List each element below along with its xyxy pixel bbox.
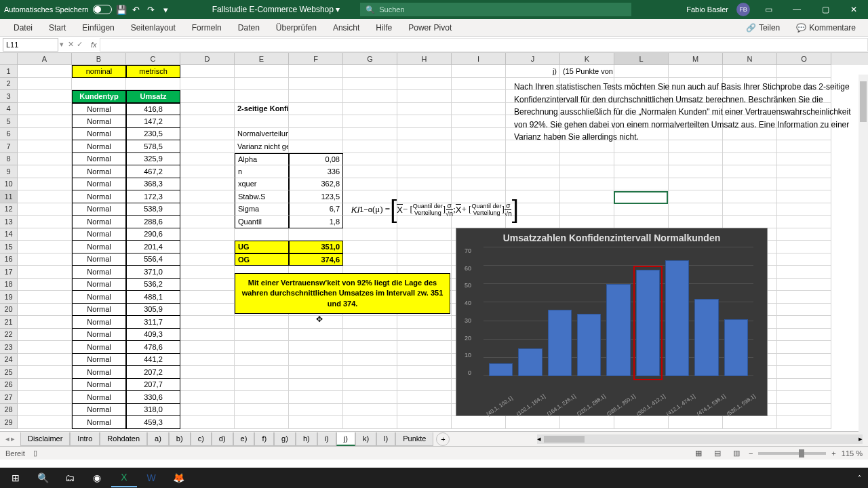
- cell-E10[interactable]: xquer: [235, 178, 289, 191]
- cell-H21[interactable]: [397, 316, 452, 329]
- cell-E3[interactable]: [235, 90, 289, 103]
- sheet-tab-a[interactable]: a): [147, 432, 169, 446]
- cell-N8[interactable]: [723, 153, 777, 166]
- cell-D25[interactable]: [180, 366, 235, 379]
- cell-O26[interactable]: [777, 379, 831, 392]
- cell-M13[interactable]: [669, 216, 723, 228]
- cell-N13[interactable]: [723, 216, 777, 228]
- cell-L1[interactable]: [614, 65, 669, 78]
- sheet-tab-Intro[interactable]: Intro: [70, 432, 100, 446]
- cell-D17[interactable]: [180, 266, 235, 279]
- cell-I2[interactable]: [452, 78, 506, 91]
- zoom-level[interactable]: 115 %: [842, 449, 863, 458]
- start-button[interactable]: ⊞: [3, 468, 28, 487]
- cell-D1[interactable]: [180, 65, 235, 78]
- row-header-27[interactable]: 27: [0, 391, 18, 404]
- cell-A20[interactable]: [18, 304, 72, 317]
- cell-D27[interactable]: [180, 391, 235, 404]
- cell-G6[interactable]: [343, 128, 397, 141]
- cell-E4[interactable]: 2-seitige Konfidenzintervall für den dur…: [235, 103, 289, 116]
- cell-F1[interactable]: [289, 65, 343, 78]
- cell-I4[interactable]: [452, 103, 506, 116]
- sheet-tab-f[interactable]: f): [254, 432, 274, 446]
- cell-E15[interactable]: UG: [235, 241, 289, 253]
- cell-B19[interactable]: Normal: [72, 291, 126, 304]
- macro-record-icon[interactable]: ▯: [33, 449, 37, 458]
- maximize-button[interactable]: ▢: [815, 0, 835, 19]
- cell-O10[interactable]: [777, 178, 831, 191]
- cell-O23[interactable]: [777, 341, 831, 354]
- row-header-9[interactable]: 9: [0, 165, 18, 178]
- cell-D13[interactable]: [180, 216, 235, 228]
- cell-B2[interactable]: [72, 78, 126, 91]
- formula-input[interactable]: [100, 38, 868, 52]
- share-button[interactable]: 🔗 Teilen: [739, 23, 787, 33]
- cell-D16[interactable]: [180, 253, 235, 266]
- cell-D14[interactable]: [180, 228, 235, 241]
- cell-F11[interactable]: 123,5: [289, 190, 343, 203]
- cell-C29[interactable]: 459,3: [126, 416, 180, 429]
- cell-A10[interactable]: [18, 178, 72, 191]
- save-icon[interactable]: 💾: [116, 4, 127, 15]
- cell-F3[interactable]: [289, 90, 343, 103]
- cell-C20[interactable]: 305,9: [126, 304, 180, 317]
- cell-G4[interactable]: [343, 103, 397, 116]
- close-button[interactable]: ✕: [844, 0, 864, 19]
- view-layout-icon[interactable]: ▤: [711, 448, 724, 459]
- column-header-L[interactable]: L: [614, 53, 669, 65]
- cell-E7[interactable]: Varianz nicht gegeben: [235, 140, 289, 153]
- fx-icon[interactable]: fx: [91, 41, 97, 49]
- row-header-10[interactable]: 10: [0, 178, 18, 191]
- row-header-23[interactable]: 23: [0, 341, 18, 354]
- column-header-F[interactable]: F: [289, 53, 343, 65]
- cell-A6[interactable]: [18, 128, 72, 141]
- sheet-nav-next-icon[interactable]: ▸: [11, 434, 15, 443]
- cell-G25[interactable]: [343, 366, 397, 379]
- sheet-tab-h[interactable]: h): [296, 432, 317, 446]
- cell-C23[interactable]: 478,6: [126, 341, 180, 354]
- add-sheet-button[interactable]: +: [436, 432, 450, 446]
- cell-M8[interactable]: [669, 153, 723, 166]
- row-header-22[interactable]: 22: [0, 329, 18, 342]
- ribbon-tab-formeln[interactable]: Formeln: [184, 19, 230, 37]
- cell-C25[interactable]: 207,2: [126, 366, 180, 379]
- column-header-H[interactable]: H: [397, 53, 452, 65]
- cell-E16[interactable]: OG: [235, 253, 289, 266]
- cell-O16[interactable]: [777, 253, 831, 266]
- cell-F2[interactable]: [289, 78, 343, 91]
- cell-O21[interactable]: [777, 316, 831, 329]
- cell-I10[interactable]: [452, 178, 506, 191]
- row-header-7[interactable]: 7: [0, 140, 18, 153]
- cell-E8[interactable]: Alpha: [235, 153, 289, 166]
- cell-D28[interactable]: [180, 404, 235, 417]
- cell-E14[interactable]: [235, 228, 289, 241]
- cell-C7[interactable]: 578,5: [126, 140, 180, 153]
- cell-J9[interactable]: [506, 165, 560, 178]
- cell-C1[interactable]: metrisch: [126, 65, 180, 78]
- cell-O22[interactable]: [777, 329, 831, 342]
- cell-B18[interactable]: Normal: [72, 279, 126, 291]
- cell-C11[interactable]: 172,3: [126, 190, 180, 203]
- cell-H15[interactable]: [397, 241, 452, 253]
- cell-G26[interactable]: [343, 379, 397, 392]
- cell-C4[interactable]: 416,8: [126, 103, 180, 116]
- cell-F28[interactable]: [289, 404, 343, 417]
- ribbon-tab-einfügen[interactable]: Einfügen: [74, 19, 122, 37]
- row-header-2[interactable]: 2: [0, 78, 18, 91]
- cell-E29[interactable]: [235, 416, 289, 429]
- cell-B15[interactable]: Normal: [72, 241, 126, 253]
- sheet-tab-Disclaimer[interactable]: Disclaimer: [20, 432, 70, 446]
- cell-C24[interactable]: 441,2: [126, 354, 180, 367]
- sheet-tab-g[interactable]: g): [274, 432, 296, 446]
- cell-H6[interactable]: [397, 128, 452, 141]
- cell-H4[interactable]: [397, 103, 452, 116]
- cell-B25[interactable]: Normal: [72, 366, 126, 379]
- ribbon-tab-power pivot[interactable]: Power Pivot: [400, 19, 460, 37]
- cell-D10[interactable]: [180, 178, 235, 191]
- tray-chevron-icon[interactable]: ˄: [858, 474, 861, 482]
- cell-A18[interactable]: [18, 279, 72, 291]
- row-header-13[interactable]: 13: [0, 216, 18, 228]
- cell-C9[interactable]: 467,2: [126, 165, 180, 178]
- cell-K10[interactable]: [560, 178, 614, 191]
- cell-G2[interactable]: [343, 78, 397, 91]
